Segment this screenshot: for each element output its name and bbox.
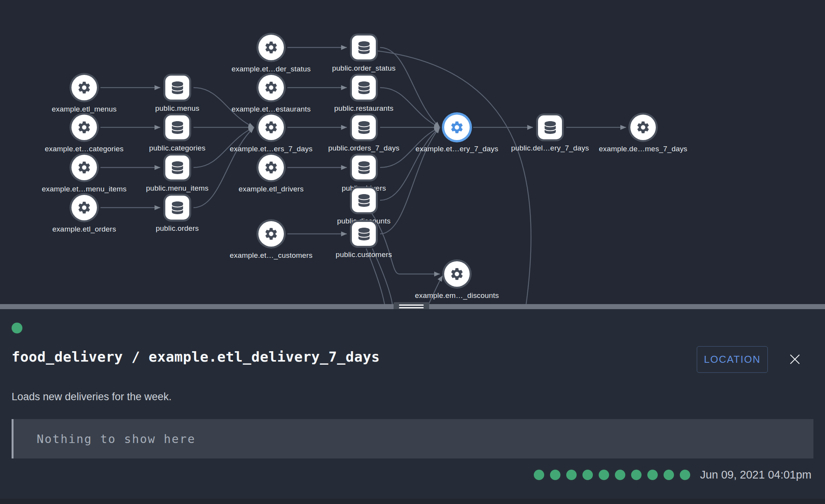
graph-node-delivery_7_days[interactable]: public.del…ery_7_days	[538, 115, 562, 139]
graph-node-customers[interactable]: public.customers	[352, 222, 376, 246]
graph-node-label: public.menu_items	[146, 184, 209, 193]
graph-node-order_status[interactable]: public.order_status	[352, 36, 376, 59]
run-dot[interactable]	[534, 470, 544, 480]
graph-node-etl_customers[interactable]: example.et…_customers	[258, 221, 284, 247]
graph-node-label: public.restaurants	[334, 104, 394, 113]
graph-node-label: example.etl_menus	[52, 105, 117, 113]
database-icon	[171, 161, 184, 174]
graph-node-etl_menus[interactable]: example.etl_menus	[71, 75, 97, 100]
gear-icon	[77, 80, 92, 95]
graph-node-label: example.etl_orders	[52, 225, 116, 233]
gear-icon	[77, 200, 92, 215]
lineage-nodes: example.et…der_statuspublic.order_status…	[0, 0, 825, 304]
graph-node-email_discounts[interactable]: example.em…_discounts	[444, 261, 470, 287]
asset-description: Loads new deliveries for the week.	[12, 391, 171, 403]
database-icon	[358, 121, 370, 134]
graph-node-label: public.customers	[336, 250, 392, 259]
empty-state-text: Nothing to show here	[37, 432, 195, 446]
gear-icon	[77, 160, 92, 175]
gear-icon	[264, 227, 278, 241]
graph-node-label: example.em…_discounts	[415, 291, 499, 300]
database-icon	[358, 194, 370, 207]
close-icon[interactable]	[787, 352, 803, 367]
graph-node-label: example.et…menu_items	[42, 185, 127, 193]
run-status-dots	[534, 470, 690, 480]
database-icon	[171, 201, 184, 214]
gear-icon	[264, 120, 278, 135]
run-dot[interactable]	[664, 470, 674, 480]
footer-strip	[0, 499, 825, 504]
graph-node-etl_orders_7_days[interactable]: example.et…ers_7_days	[258, 115, 284, 140]
graph-node-etl_delivery_7_days[interactable]: example.et…ery_7_days	[444, 115, 470, 140]
runs-timestamp: Jun 09, 2021 04:01pm	[700, 468, 811, 481]
run-dot[interactable]	[599, 470, 609, 480]
run-dot[interactable]	[631, 470, 642, 480]
gear-icon	[450, 267, 464, 281]
graph-node-label: public.categories	[149, 144, 205, 152]
run-dot[interactable]	[647, 470, 658, 480]
graph-node-label: example.et…der_status	[232, 65, 311, 73]
graph-node-categories[interactable]: public.categories	[165, 115, 189, 139]
graph-node-discounts[interactable]: public.discounts	[352, 188, 376, 212]
asset-detail-panel: food_delivery / example.etl_delivery_7_d…	[0, 309, 825, 504]
run-dot[interactable]	[582, 470, 593, 480]
database-icon	[171, 81, 184, 94]
empty-state-box: Nothing to show here	[12, 419, 813, 458]
gear-icon	[77, 120, 92, 135]
graph-node-label: public.menus	[155, 104, 199, 113]
runs-row: Jun 09, 2021 04:01pm	[534, 468, 811, 481]
graph-node-orders[interactable]: public.orders	[165, 196, 189, 220]
run-dot[interactable]	[550, 470, 560, 480]
status-dot	[12, 323, 22, 333]
database-icon	[544, 121, 557, 134]
graph-node-menu_items[interactable]: public.menu_items	[165, 156, 189, 179]
gear-icon	[450, 120, 464, 135]
graph-node-menus[interactable]: public.menus	[165, 76, 189, 100]
database-icon	[358, 228, 370, 240]
graph-node-label: public.del…ery_7_days	[511, 144, 589, 152]
gear-icon	[636, 120, 650, 135]
graph-node-label: public.orders_7_days	[328, 144, 400, 152]
page-title: food_delivery / example.etl_delivery_7_d…	[12, 349, 380, 365]
graph-node-label: example.et…ery_7_days	[416, 145, 498, 153]
graph-node-label: example.etl_drivers	[239, 185, 304, 193]
database-icon	[358, 41, 370, 54]
graph-node-delivery_times_7_days[interactable]: example.de…mes_7_days	[630, 115, 656, 140]
database-icon	[358, 161, 370, 174]
graph-node-label: example.et…_customers	[230, 251, 312, 260]
graph-node-label: public.orders	[156, 224, 199, 233]
gear-icon	[264, 40, 278, 55]
graph-node-etl_menu_items[interactable]: example.et…menu_items	[71, 155, 97, 180]
database-icon	[171, 121, 184, 134]
graph-node-drivers[interactable]: public.drivers	[352, 156, 376, 179]
run-dot[interactable]	[566, 470, 577, 480]
graph-node-label: example.et…categories	[45, 145, 124, 153]
graph-node-restaurants[interactable]: public.restaurants	[352, 76, 376, 100]
graph-node-etl_order_status[interactable]: example.et…der_status	[258, 35, 284, 60]
run-dot[interactable]	[680, 470, 690, 480]
graph-node-etl_categories[interactable]: example.et…categories	[71, 115, 97, 140]
gear-icon	[264, 160, 278, 175]
graph-node-etl_orders[interactable]: example.etl_orders	[71, 195, 97, 220]
graph-node-label: example.et…estaurants	[232, 105, 311, 113]
database-icon	[358, 81, 370, 94]
graph-node-etl_drivers[interactable]: example.etl_drivers	[258, 155, 284, 180]
graph-node-label: example.de…mes_7_days	[599, 145, 687, 153]
run-dot[interactable]	[615, 470, 625, 480]
gear-icon	[264, 80, 278, 95]
lineage-canvas[interactable]: example.et…der_statuspublic.order_status…	[0, 0, 825, 304]
graph-node-etl_restaurants[interactable]: example.et…estaurants	[258, 75, 284, 100]
graph-node-orders_7_days[interactable]: public.orders_7_days	[352, 115, 376, 139]
location-button[interactable]: LOCATION	[697, 346, 768, 373]
graph-node-label: example.et…ers_7_days	[230, 145, 312, 153]
graph-node-label: public.order_status	[332, 64, 396, 73]
